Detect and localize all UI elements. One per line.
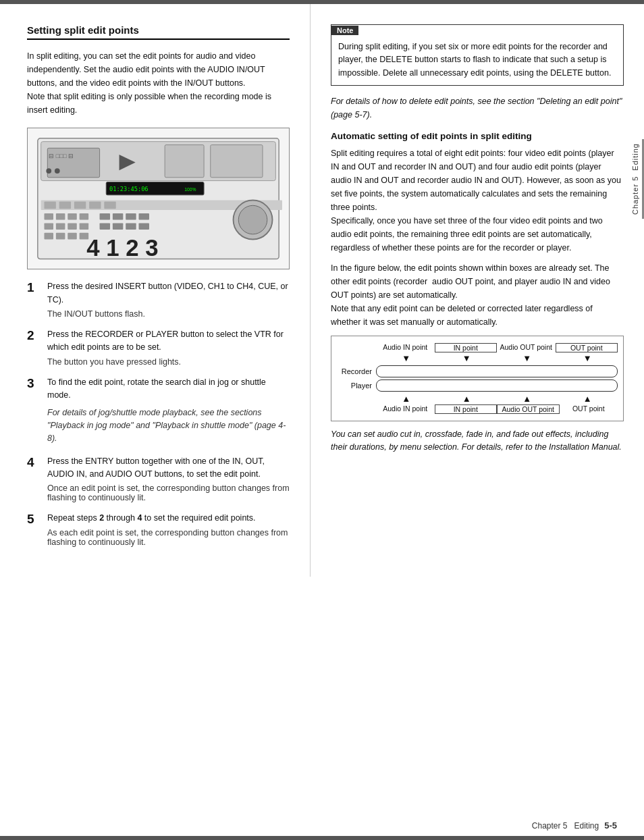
svg-rect-23 (80, 213, 89, 220)
step-3-main: To find the edit point, rotate the searc… (47, 376, 290, 402)
svg-rect-38 (126, 223, 136, 230)
svg-rect-16 (89, 202, 101, 209)
step-3-content: To find the edit point, rotate the searc… (47, 376, 290, 446)
step-1-content: Press the desired INSERT button (VIDEO, … (47, 280, 290, 319)
svg-rect-17 (104, 202, 115, 209)
step-1: 1 Press the desired INSERT button (VIDEO… (27, 280, 290, 319)
diagram-caption: You can set audio cut in, crossfade, fad… (331, 428, 624, 454)
footer-page-number: 5-5 (604, 820, 617, 831)
svg-point-4 (46, 168, 51, 174)
bottom-bar (0, 836, 644, 840)
step-1-note: The IN/OUT buttons flash. (47, 309, 290, 319)
subsection-title: Automatic setting of edit points in spli… (331, 131, 624, 141)
footer-chapter: Chapter 5 Editing (532, 821, 599, 831)
svg-rect-14 (59, 202, 71, 209)
svg-rect-25 (56, 223, 65, 230)
svg-rect-30 (68, 233, 77, 240)
svg-rect-15 (74, 202, 86, 209)
svg-point-19 (238, 205, 267, 234)
note-box: Note During split editing, if you set si… (331, 24, 624, 86)
step-3-number: 3 (27, 376, 42, 392)
svg-rect-32 (100, 213, 110, 220)
right-column: Note During split editing, if you set si… (311, 4, 644, 577)
note-label: Note (331, 26, 358, 35)
section-title: Setting split edit points (27, 24, 290, 40)
step-5-main: Repeat steps 2 through 4 to set the requ… (47, 512, 290, 525)
step-2-note: The button you have pressed lights. (47, 357, 290, 367)
chapter-sidebar: Chapter 5 Editing (629, 139, 644, 219)
subsection-body: Split editing requires a total of eight … (331, 147, 624, 255)
svg-text:100%: 100% (184, 187, 196, 192)
step-4: 4 Press the ENTRY button together with o… (27, 455, 290, 503)
step-3-italic: For details of jog/shuttle mode playback… (47, 406, 290, 446)
step-4-number: 4 (27, 455, 42, 471)
step-3: 3 To find the edit point, rotate the sea… (27, 376, 290, 446)
svg-rect-22 (68, 213, 77, 220)
step-4-note: Once an edit point is set, the correspon… (47, 483, 290, 502)
footer-right: Chapter 5 Editing 5-5 (532, 820, 617, 831)
chapter-sidebar-text: Chapter 5 Editing (631, 143, 639, 215)
svg-rect-13 (44, 202, 55, 209)
intro-text: In split editing, you can set the edit p… (27, 49, 290, 117)
svg-rect-24 (44, 223, 53, 230)
svg-rect-7 (165, 145, 204, 177)
svg-rect-33 (113, 213, 123, 220)
step-5: 5 Repeat steps 2 through 4 to set the re… (27, 512, 290, 546)
svg-rect-34 (126, 213, 136, 220)
svg-rect-35 (139, 213, 149, 220)
step-5-note: As each edit point is set, the correspon… (47, 528, 290, 547)
diagram: Audio IN point IN point Audio OUT point … (331, 336, 624, 421)
step-2-main: Press the RECORDER or PLAYER button to s… (47, 328, 290, 355)
svg-rect-39 (139, 223, 149, 230)
step-5-number: 5 (27, 512, 42, 527)
step-4-main: Press the ENTRY button together with one… (47, 455, 290, 481)
svg-rect-36 (100, 223, 110, 230)
svg-rect-20 (44, 213, 53, 220)
device-image: ⊟ □□□ ⊟ 01:23:45:06 100% (27, 128, 290, 269)
italic-ref: For details of how to delete edit points… (331, 95, 624, 122)
step-4-content: Press the ENTRY button together with one… (47, 455, 290, 503)
svg-text:01:23:45:06: 01:23:45:06 (109, 186, 149, 192)
step-list: 1 Press the desired INSERT button (VIDEO… (27, 280, 290, 547)
svg-rect-37 (113, 223, 123, 230)
step-2-number: 2 (27, 328, 42, 344)
note-content: During split editing, if you set six or … (331, 35, 623, 85)
page-content: Setting split edit points In split editi… (0, 4, 644, 577)
step-2-content: Press the RECORDER or PLAYER button to s… (47, 328, 290, 367)
svg-rect-8 (211, 145, 263, 177)
svg-rect-26 (68, 223, 77, 230)
left-column: Setting split edit points In split editi… (0, 4, 311, 577)
subsection-body2: In the figure below, the edit points sho… (331, 261, 624, 329)
svg-rect-21 (56, 213, 65, 220)
step-1-main: Press the desired INSERT button (VIDEO, … (47, 280, 290, 307)
svg-rect-27 (80, 223, 89, 230)
step-1-number: 1 (27, 280, 42, 296)
svg-rect-29 (56, 233, 65, 240)
svg-rect-28 (44, 233, 53, 240)
svg-point-5 (55, 168, 60, 174)
svg-text:4   1   2   3: 4 1 2 3 (86, 235, 158, 261)
step-5-content: Repeat steps 2 through 4 to set the requ… (47, 512, 290, 546)
svg-text:⊟ □□□ ⊟: ⊟ □□□ ⊟ (49, 153, 74, 159)
step-2: 2 Press the RECORDER or PLAYER button to… (27, 328, 290, 367)
